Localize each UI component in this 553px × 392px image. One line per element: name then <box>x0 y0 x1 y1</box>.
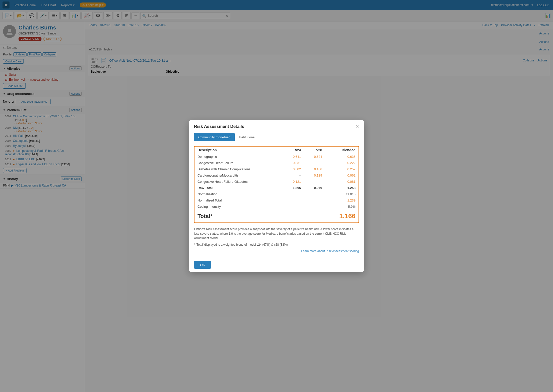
table-row-chf-diabetes: Congestive Heart Failure*Diabetes 0.121 … <box>194 179 358 185</box>
risk-footnote-1: Elation's Risk Assessment score provides… <box>194 227 359 240</box>
v24-chf-diabetes: 0.121 <box>283 179 304 185</box>
v28-chf: – <box>304 160 325 166</box>
risk-assessment-modal: Risk Assessment Details ✕ Community (non… <box>189 120 364 272</box>
risk-footnote-2: * 'Total' displayed is a weighted blend … <box>194 242 359 247</box>
col-header-blended: Blended <box>325 147 358 154</box>
table-row-normalized-total: Normalized Total 1.239 <box>194 197 358 203</box>
blended-diabetes: 0.257 <box>325 166 358 172</box>
table-row-demographic: Demographic 0.641 0.624 0.635 <box>194 154 358 160</box>
blended-chf: 0.222 <box>325 160 358 166</box>
v28-demographic: 0.624 <box>304 154 325 160</box>
desc-coding-intensity: Coding Intensity <box>194 203 283 210</box>
col-header-v24: v24 <box>283 147 304 154</box>
table-row-total: Total* 1.166 <box>194 210 358 222</box>
blended-demographic: 0.635 <box>325 154 358 160</box>
desc-normalized-total: Normalized Total <box>194 197 283 203</box>
v24-total <box>283 210 304 222</box>
blended-chf-diabetes: 0.081 <box>325 179 358 185</box>
v28-cardio: 0.189 <box>304 172 325 179</box>
desc-raw-total: Raw Total <box>194 185 283 191</box>
v24-demographic: 0.641 <box>283 154 304 160</box>
desc-chf: Congestive Heart Failure <box>194 160 283 166</box>
v28-normalized-total <box>304 197 325 203</box>
v28-diabetes: 0.166 <box>304 166 325 172</box>
blended-coding-intensity: -5.9% <box>325 203 358 210</box>
blended-total: 1.166 <box>325 210 358 222</box>
v28-normalization <box>304 191 325 197</box>
v24-normalization <box>283 191 304 197</box>
v24-cardio: – <box>283 172 304 179</box>
learn-more-link[interactable]: Learn more about Risk Assessment scoring <box>194 249 359 253</box>
col-header-v28: v28 <box>304 147 325 154</box>
blended-normalization: ÷1.015 <box>325 191 358 197</box>
blended-raw-total: 1.258 <box>325 185 358 191</box>
modal-footer: OK <box>189 258 364 272</box>
v28-total <box>304 210 325 222</box>
modal-tabs: Community (non-dual) Institutional <box>189 133 364 141</box>
v28-raw-total: 0.979 <box>304 185 325 191</box>
v24-normalized-total <box>283 197 304 203</box>
v24-diabetes: 0.302 <box>283 166 304 172</box>
modal-body: Description v24 v28 Blended Demographic … <box>189 141 364 258</box>
v24-chf: 0.331 <box>283 160 304 166</box>
modal-header: Risk Assessment Details ✕ <box>189 120 364 133</box>
desc-chf-diabetes: Congestive Heart Failure*Diabetes <box>194 179 283 185</box>
desc-normalization: Normalization <box>194 191 283 197</box>
ok-button[interactable]: OK <box>194 261 211 269</box>
risk-table: Description v24 v28 Blended Demographic … <box>194 147 358 222</box>
table-row-cardio: Cardiomyopathy/Myocarditis – 0.189 0.062 <box>194 172 358 179</box>
table-row-normalization: Normalization ÷1.015 <box>194 191 358 197</box>
table-row-chf: Congestive Heart Failure 0.331 – 0.222 <box>194 160 358 166</box>
desc-demographic: Demographic <box>194 154 283 160</box>
v28-coding-intensity <box>304 203 325 210</box>
desc-cardio: Cardiomyopathy/Myocarditis <box>194 172 283 179</box>
blended-normalized-total: 1.239 <box>325 197 358 203</box>
v24-raw-total: 1.395 <box>283 185 304 191</box>
table-row-raw-total: Raw Total 1.395 0.979 1.258 <box>194 185 358 191</box>
blended-cardio: 0.062 <box>325 172 358 179</box>
v28-chf-diabetes: – <box>304 179 325 185</box>
tab-community[interactable]: Community (non-dual) <box>194 133 235 141</box>
desc-total: Total* <box>194 210 283 222</box>
v24-coding-intensity <box>283 203 304 210</box>
modal-title: Risk Assessment Details <box>194 124 244 129</box>
table-row-coding-intensity: Coding Intensity -5.9% <box>194 203 358 210</box>
risk-table-wrapper: Description v24 v28 Blended Demographic … <box>194 146 359 223</box>
tab-institutional[interactable]: Institutional <box>235 133 260 141</box>
table-row-diabetes: Diabetes with Chronic Complications 0.30… <box>194 166 358 172</box>
col-header-description: Description <box>194 147 283 154</box>
modal-close-button[interactable]: ✕ <box>355 124 359 129</box>
desc-diabetes: Diabetes with Chronic Complications <box>194 166 283 172</box>
modal-overlay[interactable]: Risk Assessment Details ✕ Community (non… <box>0 0 553 392</box>
